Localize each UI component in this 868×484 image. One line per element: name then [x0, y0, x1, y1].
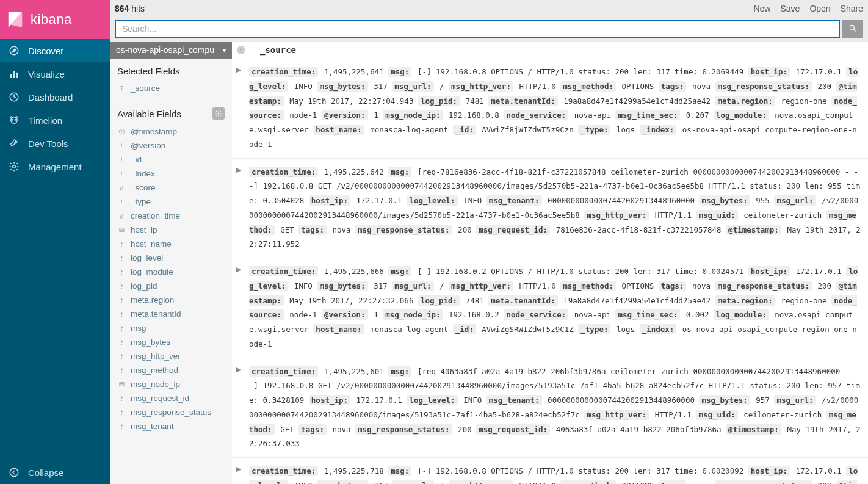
field-type-icon [117, 128, 126, 135]
field-type-icon: t [117, 297, 126, 304]
nav-item-visualize[interactable]: Visualize [0, 62, 110, 85]
svg-rect-4 [10, 74, 12, 78]
gear-icon [215, 109, 222, 119]
field-type-icon: t [117, 283, 126, 290]
field-msg-http-ver[interactable]: tmsg_http_ver [110, 349, 232, 363]
field--source[interactable]: ?_source [110, 81, 232, 95]
field-msg-bytes[interactable]: tmsg_bytes [110, 335, 232, 349]
field--score[interactable]: #_score [110, 181, 232, 195]
nav-item-devtools[interactable]: Dev Tools [0, 132, 110, 155]
field-type-icon: # [117, 184, 126, 192]
svg-line-9 [14, 97, 16, 98]
svg-point-14 [10, 468, 18, 477]
field-type-icon: t [117, 423, 126, 430]
svg-point-12 [15, 120, 16, 121]
field-name: msg_http_ver [131, 352, 181, 361]
field-type-icon: t [117, 240, 126, 248]
fields-panel: os-nova-api-osapi_compu ▾ Selected Field… [110, 42, 232, 484]
nav-item-label: Dashboard [28, 92, 73, 103]
nav-collapse[interactable]: Collapse [0, 461, 110, 484]
field-log-level[interactable]: tlog_level [110, 251, 232, 265]
field-name: _source [131, 84, 160, 93]
field-name: host_name [131, 239, 172, 248]
field-name: @version [131, 141, 165, 150]
action-save[interactable]: Save [780, 4, 800, 13]
field-msg-method[interactable]: tmsg_method [110, 363, 232, 377]
svg-rect-6 [16, 73, 18, 78]
svg-rect-24 [119, 383, 123, 386]
field-meta-tenantId[interactable]: tmeta.tenantId [110, 307, 232, 321]
action-open[interactable]: Open [809, 4, 830, 13]
field-type-icon: t [117, 170, 126, 178]
collapse-label: Collapse [28, 468, 63, 478]
field-name: _id [131, 155, 142, 164]
field--version[interactable]: t@version [110, 139, 232, 153]
search-button[interactable] [842, 20, 863, 38]
brand-header[interactable]: kibana [0, 0, 110, 39]
expand-doc-icon[interactable]: ▶ [234, 364, 243, 452]
field-host-ip[interactable]: host_ip [110, 223, 232, 237]
field-msg-request-id[interactable]: tmsg_request_id [110, 391, 232, 405]
docs-panel[interactable]: _source ▶creation_time: 1,495,225,641 ms… [232, 42, 868, 484]
field-type-icon: t [117, 156, 126, 164]
field-name: log_module [131, 267, 173, 276]
field-msg-response-status[interactable]: tmsg_response_status [110, 405, 232, 419]
nav-item-dashboard[interactable]: Dashboard [0, 85, 110, 109]
svg-rect-5 [13, 71, 15, 78]
field-name: msg [131, 323, 146, 333]
field-msg[interactable]: tmsg [110, 321, 232, 335]
field-name: log_pid [131, 281, 157, 291]
field-type-icon: t [117, 311, 126, 318]
doc-row: ▶creation_time: 1,495,225,601 msg: [req-… [232, 358, 868, 458]
field-type-icon [117, 381, 126, 388]
expand-doc-icon[interactable]: ▶ [234, 264, 243, 352]
field-type-icon: t [117, 395, 126, 402]
field-options-button[interactable] [212, 107, 225, 120]
nav-item-management[interactable]: Management [0, 155, 110, 178]
field-name: msg_response_status [131, 408, 211, 417]
collapse-icon [9, 467, 20, 478]
field-host-name[interactable]: thost_name [110, 237, 232, 251]
field-type-icon: ? [117, 85, 126, 92]
field-creation-time[interactable]: #creation_time [110, 209, 232, 223]
field-name: host_ip [131, 225, 157, 234]
svg-point-10 [11, 117, 18, 124]
field-log-module[interactable]: tlog_module [110, 265, 232, 279]
nav-item-label: Discover [28, 46, 63, 56]
action-new[interactable]: New [753, 4, 770, 13]
index-pattern-select[interactable]: os-nova-api-osapi_compu ▾ [110, 42, 232, 59]
field-name: _score [131, 183, 156, 192]
expand-doc-icon[interactable]: ▶ [234, 65, 243, 152]
action-share[interactable]: Share [841, 4, 863, 13]
svg-rect-19 [119, 228, 123, 232]
field--timestamp[interactable]: @timestamp [110, 125, 232, 139]
doc-body: creation_time: 1,495,225,642 msg: [req-7… [249, 165, 861, 252]
field-type-icon: t [117, 353, 126, 360]
doc-body: creation_time: 1,495,225,641 msg: [-] 19… [249, 65, 861, 152]
nav-item-discover[interactable]: Discover [0, 39, 110, 62]
kibana-logo-icon [6, 10, 24, 29]
field--index[interactable]: t_index [110, 167, 232, 181]
field-name: _type [131, 197, 151, 206]
doc-row: ▶creation_time: 1,495,225,641 msg: [-] 1… [232, 59, 868, 159]
field-type-icon: t [117, 367, 126, 374]
field-msg-tenant[interactable]: tmsg_tenant [110, 419, 232, 433]
expand-doc-icon[interactable]: ▶ [234, 464, 243, 484]
selected-fields-header: Selected Fields [110, 59, 232, 80]
nav-item-timelion[interactable]: Timelion [0, 109, 110, 132]
search-input[interactable] [115, 20, 840, 38]
field-log-pid[interactable]: tlog_pid [110, 279, 232, 293]
field-name: _index [131, 169, 155, 178]
svg-line-16 [854, 29, 856, 31]
chevron-left-icon[interactable] [237, 46, 245, 54]
doc-body: creation_time: 1,495,225,601 msg: [req-4… [249, 364, 861, 452]
field-type-icon: t [117, 198, 126, 206]
field-msg-node-ip[interactable]: msg_node_ip [110, 377, 232, 391]
field--id[interactable]: t_id [110, 153, 232, 167]
expand-doc-icon[interactable]: ▶ [234, 165, 243, 252]
left-nav: kibana DiscoverVisualizeDashboardTimelio… [0, 0, 110, 484]
field--type[interactable]: t_type [110, 195, 232, 209]
field-meta-region[interactable]: tmeta.region [110, 293, 232, 307]
field-type-icon: t [117, 269, 126, 276]
field-name: msg_bytes [131, 338, 170, 347]
